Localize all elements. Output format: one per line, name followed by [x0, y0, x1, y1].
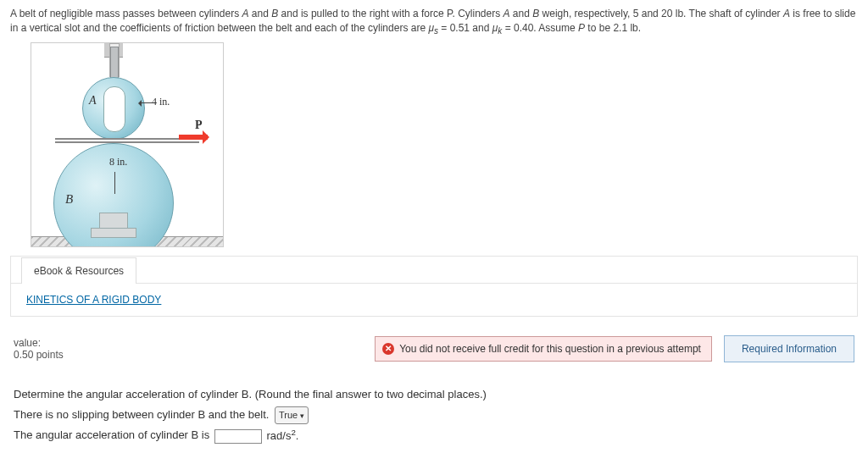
value-label: value: — [14, 337, 41, 349]
value-points: 0.50 points — [14, 349, 64, 361]
alert-text: You did not receive full credit for this… — [399, 343, 701, 355]
answer-line-1: There is no slipping between cylinder B … — [14, 405, 854, 425]
pedestal — [99, 213, 128, 229]
label-p: P — [195, 119, 203, 132]
dimension-a: 4 in. — [152, 96, 170, 108]
true-false-select[interactable]: True — [275, 406, 309, 425]
problem-statement: A belt of negligible mass passes between… — [10, 7, 858, 37]
angular-acceleration-input[interactable] — [214, 429, 262, 444]
question-prompt: Determine the angular acceleration of cy… — [14, 384, 854, 404]
line1-text: There is no slipping between cylinder B … — [14, 408, 269, 421]
leader-b — [114, 172, 115, 194]
problem-diagram: A 4 in. P B 8 in. — [31, 42, 224, 247]
error-icon: ✕ — [382, 343, 394, 355]
resources-tab[interactable]: eBook & Resources — [21, 257, 136, 284]
answer-line-2: The angular acceleration of cylinder B i… — [14, 424, 854, 445]
pedestal-base — [91, 228, 136, 238]
cylinder-a — [82, 77, 145, 140]
answer-section: Determine the angular acceleration of cy… — [14, 384, 854, 445]
value-block: value: 0.50 points — [14, 337, 64, 361]
dimension-b: 8 in. — [109, 156, 127, 168]
resource-link-kinetics[interactable]: KINETICS OF A RIGID BODY — [26, 294, 161, 306]
line2-pre: The angular acceleration of cylinder B i… — [14, 429, 209, 442]
problem-text: A belt of negligible mass passes between… — [10, 8, 855, 34]
belt-bottom — [55, 141, 199, 143]
force-arrow-p — [179, 135, 208, 140]
required-information-button[interactable]: Required Information — [724, 335, 854, 362]
resources-body: KINETICS OF A RIGID BODY — [11, 283, 857, 316]
previous-attempt-alert: ✕ You did not receive full credit for th… — [375, 336, 712, 362]
belt-top — [55, 138, 199, 140]
status-row: value: 0.50 points ✕ You did not receive… — [14, 335, 854, 362]
line2-post: rad/s2. — [266, 429, 298, 442]
label-a: A — [89, 94, 97, 108]
label-b: B — [65, 192, 73, 207]
resources-panel: eBook & Resources KINETICS OF A RIGID BO… — [10, 256, 858, 317]
